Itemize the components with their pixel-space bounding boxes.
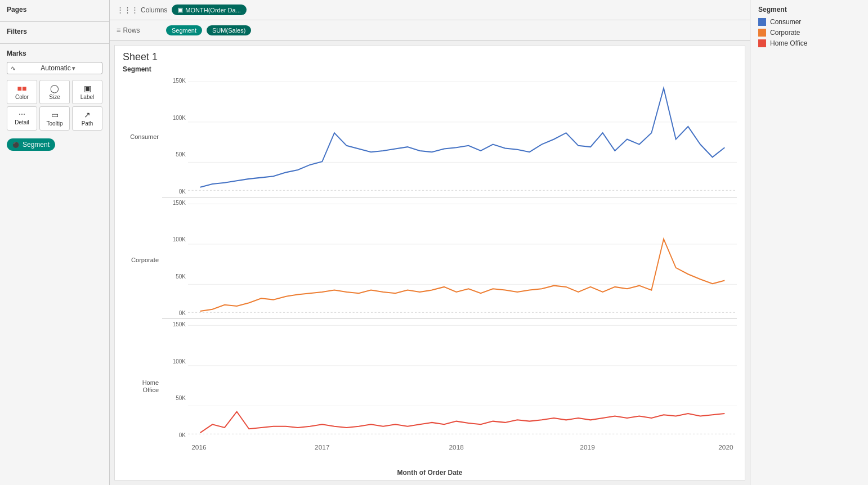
tooltip-icon: ▭ [51, 110, 59, 119]
rows-segment-pill[interactable]: Segment [166, 25, 202, 35]
left-panel: Pages Filters Marks ∿ Automatic ▼ ■■ Col… [0, 0, 110, 485]
segment-label-consumer: Consumer [130, 133, 159, 141]
columns-shelf: ⋮⋮⋮ Columns ▣ MONTH(Order Da... [110, 0, 750, 20]
right-panel: Segment Consumer Corporate Home Office [750, 0, 868, 485]
label-icon: ▣ [84, 84, 91, 93]
marks-detail-button[interactable]: ⋯ Detail [7, 106, 37, 131]
legend-swatch-consumer [758, 18, 766, 26]
marks-type-label: Automatic [41, 64, 70, 72]
legend-label-corporate: Corporate [770, 29, 800, 37]
corporate-chart-svg [188, 197, 737, 319]
legend-item-corporate: Corporate [758, 29, 860, 37]
sheet-title: Sheet 1 [115, 46, 745, 65]
legend-swatch-homeoffice [758, 39, 766, 47]
columns-icon: ⋮⋮⋮ [117, 6, 138, 14]
x-axis-label: Month of Order Date [115, 469, 745, 480]
pages-section: Pages [0, 0, 109, 22]
segment-label-homeoffice: HomeOffice [142, 379, 159, 394]
filters-section: Filters [0, 22, 109, 44]
size-icon: ◯ [50, 84, 59, 93]
chart-area: Sheet 1 Segment Consumer Corporate HomeO… [114, 45, 745, 480]
consumer-chart-svg [188, 75, 737, 197]
marks-title: Marks [7, 50, 102, 57]
marks-section: Marks ∿ Automatic ▼ ■■ Color ◯ Size ▣ La… [0, 44, 109, 155]
rows-sales-pill[interactable]: SUM(Sales) [207, 25, 251, 35]
x-axis-svg: 2016 2017 2018 2019 2020 [188, 441, 737, 469]
rows-icon: ≡ [117, 26, 121, 34]
detail-icon: ⋯ [19, 110, 25, 118]
marks-path-button[interactable]: ↗ Path [72, 106, 102, 131]
color-icon: ■■ [17, 84, 27, 93]
path-label: Path [82, 120, 93, 127]
marks-type-dropdown[interactable]: ∿ Automatic ▼ [7, 62, 102, 74]
label-label: Label [80, 94, 94, 100]
size-label: Size [49, 94, 60, 100]
svg-text:2018: 2018 [449, 444, 463, 451]
legend-title: Segment [758, 6, 860, 14]
color-label: Color [15, 94, 29, 100]
svg-text:2020: 2020 [718, 444, 733, 451]
marks-label-button[interactable]: ▣ Label [72, 80, 102, 104]
legend-item-consumer: Consumer [758, 18, 860, 26]
segment-pill[interactable]: ⚫ Segment [7, 138, 55, 151]
tooltip-label: Tooltip [47, 120, 63, 127]
segment-pill-label: Segment [23, 141, 50, 149]
columns-label: ⋮⋮⋮ Columns [117, 6, 167, 14]
segment-pill-icon: ⚫ [12, 142, 19, 148]
rows-label: ≡ Rows [117, 26, 162, 34]
detail-label: Detail [15, 119, 29, 125]
marks-size-button[interactable]: ◯ Size [39, 80, 70, 104]
pages-title: Pages [7, 6, 102, 14]
marks-buttons-grid: ■■ Color ◯ Size ▣ Label ⋯ Detail ▭ Toolt… [7, 80, 102, 131]
marks-tooltip-button[interactable]: ▭ Tooltip [39, 106, 70, 131]
columns-pill[interactable]: ▣ MONTH(Order Da... [172, 5, 246, 15]
legend-label-homeoffice: Home Office [770, 39, 807, 47]
svg-text:2016: 2016 [191, 444, 206, 451]
path-icon: ↗ [84, 110, 91, 119]
marks-color-button[interactable]: ■■ Color [7, 80, 37, 104]
svg-text:2017: 2017 [315, 444, 329, 451]
svg-text:2019: 2019 [580, 444, 594, 451]
rows-shelf: ≡ Rows Segment SUM(Sales) [110, 20, 750, 41]
filters-title: Filters [7, 28, 102, 35]
main-content: ⋮⋮⋮ Columns ▣ MONTH(Order Da... ≡ Rows S… [110, 0, 750, 485]
legend-label-consumer: Consumer [770, 18, 801, 26]
homeoffice-chart-svg [188, 319, 737, 441]
segment-header: Segment [115, 65, 745, 75]
calendar-icon: ▣ [177, 6, 183, 14]
legend-swatch-corporate [758, 29, 766, 37]
legend-item-homeoffice: Home Office [758, 39, 860, 47]
segment-label-corporate: Corporate [131, 256, 159, 264]
dropdown-arrow-icon: ▼ [71, 65, 99, 71]
